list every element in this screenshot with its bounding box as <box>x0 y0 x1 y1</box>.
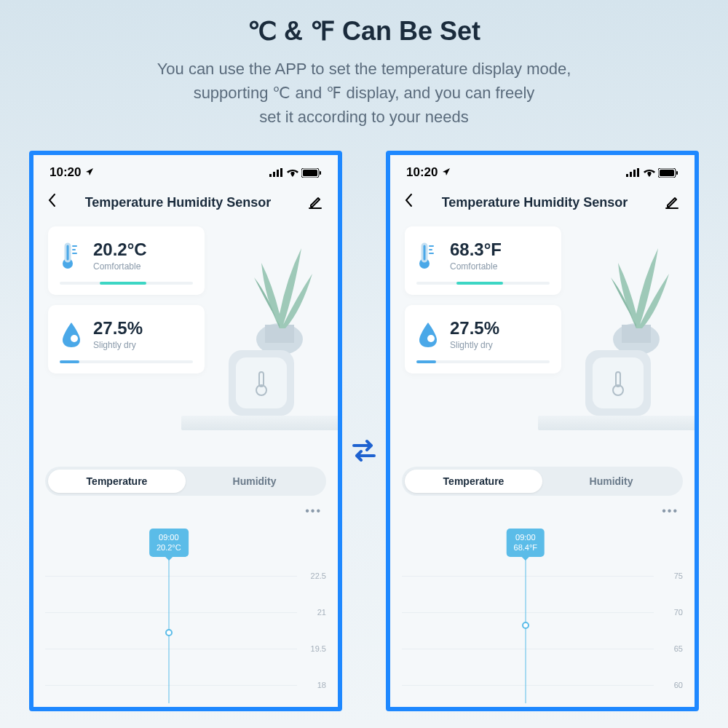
temperature-card[interactable]: 68.3°F Comfortable <box>405 226 561 295</box>
subtitle-line: set it according to your needs <box>259 108 468 126</box>
svg-rect-3 <box>280 168 282 177</box>
chart-ylabel: 70 <box>674 608 683 617</box>
svg-rect-24 <box>676 171 678 175</box>
more-button[interactable]: ••• <box>390 505 695 518</box>
chart-ylabel: 75 <box>674 571 683 580</box>
temperature-chart[interactable]: 75 70 65 60 09:00 68.4°F <box>402 525 683 711</box>
battery-icon <box>301 168 322 178</box>
chart-ylabel: 60 <box>674 681 683 689</box>
plant-illustration <box>585 212 687 357</box>
svg-rect-18 <box>626 174 628 177</box>
svg-rect-6 <box>320 171 321 175</box>
nav-title: Temperature Humidity Sensor <box>49 195 307 210</box>
chart-indicator-line <box>525 558 526 703</box>
chart-ylabel: 19.5 <box>311 644 326 653</box>
temperature-value: 20.2°C <box>93 240 147 260</box>
subtitle-line: supporting ℃ and ℉ display, and you can … <box>194 84 535 102</box>
temperature-value: 68.3°F <box>450 240 502 260</box>
svg-rect-20 <box>633 170 636 177</box>
svg-rect-0 <box>269 174 272 177</box>
humidity-card[interactable]: 27.5% Slightly dry <box>405 305 561 373</box>
wifi-icon <box>643 168 656 178</box>
signal-icon <box>626 168 641 177</box>
statusbar-time: 10:20 <box>50 165 95 180</box>
chart-ylabel: 22.5 <box>311 571 326 580</box>
sensor-device-illustration <box>229 350 294 416</box>
tab-temperature[interactable]: Temperature <box>48 470 186 493</box>
chart-data-point <box>165 629 173 636</box>
page-title: ℃ & ℉ Can Be Set <box>0 0 728 47</box>
humidity-label: Slightly dry <box>93 340 143 350</box>
tab-humidity[interactable]: Humidity <box>542 470 680 493</box>
subtitle-line: You can use the APP to set the temperatu… <box>157 60 571 78</box>
tab-temperature[interactable]: Temperature <box>405 470 542 493</box>
thermometer-icon <box>60 241 83 270</box>
temperature-bar <box>416 282 550 285</box>
phone-celsius: 10:20 Temperature Humidity Sensor <box>29 151 342 711</box>
statusbar: 10:20 <box>390 155 695 187</box>
svg-rect-5 <box>303 170 317 176</box>
shelf-illustration <box>181 416 341 430</box>
temperature-bar <box>60 282 193 285</box>
statusbar-time: 10:20 <box>406 165 451 180</box>
phone-fahrenheit: 10:20 Temperature Humidity Sensor <box>386 151 699 711</box>
svg-rect-19 <box>630 172 632 177</box>
location-arrow-icon <box>441 167 451 177</box>
temperature-chart[interactable]: 22.5 21 19.5 18 09:00 20.2°C <box>45 525 326 711</box>
droplet-icon <box>60 320 83 349</box>
plant-illustration <box>229 212 331 357</box>
shelf-illustration <box>538 416 698 430</box>
svg-rect-23 <box>660 170 674 176</box>
more-button[interactable]: ••• <box>33 505 338 518</box>
humidity-value: 27.5% <box>93 318 143 339</box>
tab-humidity[interactable]: Humidity <box>186 470 323 493</box>
svg-rect-21 <box>637 168 639 177</box>
sensor-device-illustration <box>585 350 651 416</box>
swap-arrows-icon <box>348 435 380 467</box>
sensor-scene: 20.2°C Comfortable 27.5% Slightly dry <box>33 226 338 452</box>
page-subtitle: You can use the APP to set the temperatu… <box>0 47 728 129</box>
temperature-label: Comfortable <box>93 261 147 272</box>
temperature-label: Comfortable <box>450 261 502 272</box>
humidity-card[interactable]: 27.5% Slightly dry <box>48 305 205 373</box>
wifi-icon <box>286 168 299 178</box>
battery-icon <box>658 168 678 178</box>
chart-tabs: Temperature Humidity <box>45 467 326 496</box>
svg-rect-1 <box>273 172 275 177</box>
chart-tabs: Temperature Humidity <box>402 467 683 496</box>
chart-ylabel: 21 <box>317 608 326 617</box>
humidity-bar <box>60 360 193 363</box>
svg-point-17 <box>71 335 78 342</box>
temperature-card[interactable]: 20.2°C Comfortable <box>48 226 205 295</box>
location-arrow-icon <box>84 167 95 177</box>
svg-point-35 <box>427 335 435 342</box>
droplet-icon <box>416 320 440 349</box>
edit-button[interactable] <box>664 194 680 210</box>
signal-icon <box>269 168 284 177</box>
chart-ylabel: 18 <box>317 681 326 689</box>
nav-title: Temperature Humidity Sensor <box>405 195 664 210</box>
statusbar: 10:20 <box>33 155 338 187</box>
edit-button[interactable] <box>307 194 323 210</box>
humidity-value: 27.5% <box>450 318 499 339</box>
humidity-bar <box>416 360 550 363</box>
chart-ylabel: 65 <box>674 644 683 653</box>
chart-data-point <box>522 622 529 629</box>
chart-tooltip: 09:00 20.2°C <box>149 529 189 557</box>
chart-tooltip: 09:00 68.4°F <box>507 529 545 557</box>
thermometer-icon <box>416 241 440 270</box>
svg-rect-2 <box>277 170 279 177</box>
sensor-scene: 68.3°F Comfortable 27.5% Slightly dry <box>390 226 695 452</box>
humidity-label: Slightly dry <box>450 340 499 350</box>
